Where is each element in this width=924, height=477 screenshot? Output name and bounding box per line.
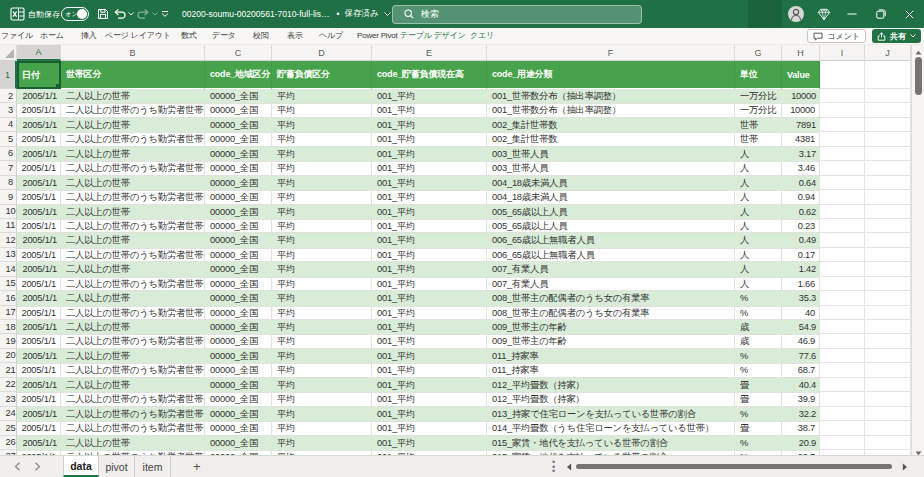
cell[interactable]: 00000_全国 — [205, 248, 272, 262]
cell[interactable]: 1.42 — [782, 262, 820, 276]
column-header-H[interactable]: H — [782, 45, 820, 61]
cell[interactable]: 平均 — [272, 132, 372, 146]
table-header-cell[interactable]: code_用途分類 — [487, 61, 735, 89]
cell[interactable]: 001_平均 — [372, 392, 487, 406]
cell[interactable]: 2005/1/1 — [17, 190, 61, 204]
empty-cell[interactable] — [865, 103, 911, 117]
vertical-scrollbar[interactable] — [911, 45, 924, 460]
cell[interactable]: 3.46 — [782, 161, 820, 175]
cell[interactable]: 001_世帯数分布（抽出率調整） — [487, 103, 735, 117]
sheet-nav-next[interactable] — [34, 456, 41, 477]
cell[interactable]: 008_世帯主の配偶者のうち女の有業率 — [487, 291, 735, 305]
cell[interactable]: 00000_全国 — [205, 103, 272, 117]
row-header-21[interactable]: 21 — [0, 363, 17, 377]
table-header-cell[interactable]: 貯蓄負債区分 — [272, 61, 372, 89]
column-header-A[interactable]: A — [17, 45, 61, 61]
ribbon-tab-4[interactable]: 数式 — [181, 28, 197, 44]
empty-cell[interactable] — [820, 421, 865, 435]
hscroll-left-arrow[interactable] — [566, 463, 572, 471]
undo-button[interactable] — [113, 8, 126, 20]
comments-button[interactable]: コメント — [807, 29, 866, 43]
cell[interactable]: 平均 — [272, 349, 372, 363]
cell[interactable]: 平均 — [272, 363, 372, 377]
cell[interactable]: 2005/1/1 — [17, 103, 61, 117]
restore-button[interactable] — [866, 0, 895, 28]
cell[interactable]: 一万分比 — [735, 89, 782, 103]
empty-cell[interactable] — [820, 306, 865, 320]
cell[interactable]: 002_集計世帯数 — [487, 118, 735, 132]
empty-cell[interactable] — [820, 262, 865, 276]
select-all-corner[interactable] — [0, 45, 17, 61]
cell[interactable]: 001_平均 — [372, 306, 487, 320]
row-header-7[interactable]: 7 — [0, 161, 17, 175]
vertical-scroll-thumb[interactable] — [915, 57, 922, 95]
cell[interactable]: 00000_全国 — [205, 205, 272, 219]
cell[interactable]: 2005/1/1 — [17, 378, 61, 392]
row-header-16[interactable]: 16 — [0, 291, 17, 305]
cell[interactable]: 009_世帯主の年齢 — [487, 320, 735, 334]
cell[interactable]: 平均 — [272, 392, 372, 406]
ribbon-tab-1[interactable]: ホーム — [40, 28, 64, 44]
cell[interactable]: 00000_全国 — [205, 378, 272, 392]
empty-cell[interactable] — [865, 161, 911, 175]
cell[interactable]: 00000_全国 — [205, 407, 272, 421]
empty-cell[interactable] — [865, 262, 911, 276]
ribbon-tab-9[interactable]: Power Pivot — [357, 28, 397, 44]
cell[interactable]: 2005/1/1 — [17, 421, 61, 435]
empty-cell[interactable] — [820, 320, 865, 334]
cell[interactable]: 008_世帯主の配偶者のうち女の有業率 — [487, 306, 735, 320]
cell[interactable]: 二人以上の世帯のうち勤労者世帯 — [61, 277, 205, 291]
empty-cell[interactable] — [820, 277, 865, 291]
cell[interactable]: 2005/1/1 — [17, 262, 61, 276]
row-header-14[interactable]: 14 — [0, 262, 17, 276]
cell[interactable]: 2005/1/1 — [17, 161, 61, 175]
cell[interactable]: 001_平均 — [372, 219, 487, 233]
row-header-25[interactable]: 25 — [0, 421, 17, 435]
cell[interactable]: 二人以上の世帯のうち勤労者世帯 — [61, 161, 205, 175]
cell[interactable]: 0.62 — [782, 205, 820, 219]
cell[interactable]: 2005/1/1 — [17, 334, 61, 348]
cell[interactable]: 人 — [735, 277, 782, 291]
premium-button[interactable] — [810, 0, 838, 28]
empty-cell[interactable] — [865, 320, 911, 334]
cell[interactable]: 001_平均 — [372, 233, 487, 247]
empty-cell[interactable] — [820, 190, 865, 204]
ribbon-tab-2[interactable]: 挿入 — [81, 28, 97, 44]
cell[interactable]: 平均 — [272, 205, 372, 219]
cell[interactable]: 006_65歳以上無職者人員 — [487, 248, 735, 262]
cell[interactable]: 畳 — [735, 421, 782, 435]
cell[interactable]: 二人以上の世帯のうち勤労者世帯 — [61, 190, 205, 204]
cell[interactable]: 4381 — [782, 132, 820, 146]
cell[interactable]: 二人以上の世帯のうち勤労者世帯 — [61, 363, 205, 377]
column-header-G[interactable]: G — [735, 45, 782, 61]
empty-cell[interactable] — [820, 248, 865, 262]
cell[interactable]: 2005/1/1 — [17, 233, 61, 247]
empty-cell[interactable] — [865, 147, 911, 161]
cell[interactable]: 00000_全国 — [205, 349, 272, 363]
cell[interactable]: 00000_全国 — [205, 89, 272, 103]
cell[interactable]: 二人以上の世帯 — [61, 378, 205, 392]
empty-cell[interactable] — [865, 378, 911, 392]
empty-cell[interactable] — [865, 334, 911, 348]
row-header-15[interactable]: 15 — [0, 277, 17, 291]
cell[interactable]: 人 — [735, 176, 782, 190]
cell[interactable]: 54.9 — [782, 320, 820, 334]
cell[interactable]: 001_平均 — [372, 436, 487, 450]
cell[interactable]: 人 — [735, 190, 782, 204]
cell[interactable]: 2005/1/1 — [17, 248, 61, 262]
empty-cell[interactable] — [865, 118, 911, 132]
empty-cell[interactable] — [820, 132, 865, 146]
row-header-10[interactable]: 10 — [0, 205, 17, 219]
cell[interactable]: 平均 — [272, 118, 372, 132]
empty-cell[interactable] — [820, 436, 865, 450]
cell[interactable]: 011_持家率 — [487, 349, 735, 363]
empty-cell[interactable] — [820, 103, 865, 117]
cell[interactable]: 0.17 — [782, 248, 820, 262]
cell[interactable]: 012_平均畳数（持家） — [487, 378, 735, 392]
cell[interactable]: 世帯 — [735, 118, 782, 132]
cell[interactable]: 3.17 — [782, 147, 820, 161]
empty-cell[interactable] — [865, 205, 911, 219]
cell[interactable]: 00000_全国 — [205, 233, 272, 247]
empty-cell[interactable] — [820, 363, 865, 377]
cell[interactable]: 2005/1/1 — [17, 147, 61, 161]
